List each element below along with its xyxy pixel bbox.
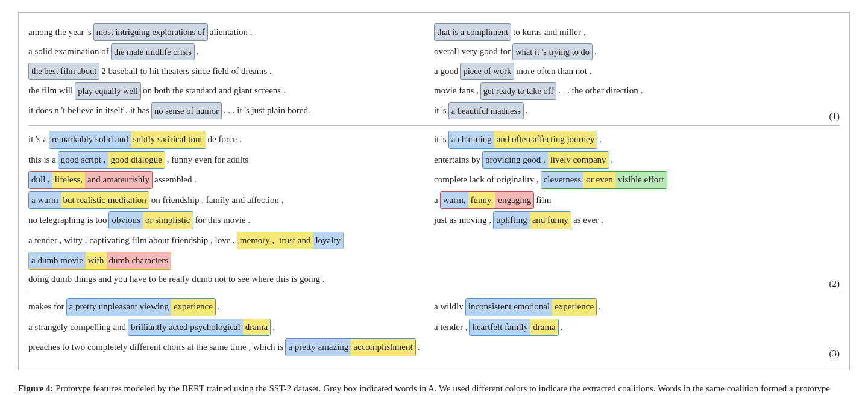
text: a tender , <box>434 320 467 335</box>
section-3-left: makes for a pretty unpleasant viewingexp… <box>28 298 434 359</box>
text: 2 baseball to hit theaters since field o… <box>101 64 271 79</box>
tag-warm-funny: warm,funny,engaging <box>440 191 535 210</box>
line-2-r2: entertains by providing good ,lively com… <box>434 151 840 169</box>
line-3-r2: a tender , heartfelt familydrama . <box>434 319 840 337</box>
tag-best-film: the best film about <box>28 63 99 80</box>
text: a solid examination of <box>28 44 109 60</box>
text: as ever . <box>573 213 603 228</box>
line-1-r5: it 's a beautiful madness . <box>434 102 840 120</box>
caption-label: Figure 4: <box>18 384 53 393</box>
tag-most-intriguing: most intriguing explorations of <box>93 23 208 41</box>
text: on friendship , family and affection . <box>151 193 284 208</box>
text: . <box>599 132 602 148</box>
text: movie fans , <box>434 83 479 99</box>
tag-get-ready: get ready to take off <box>480 82 557 100</box>
tag-cleverness: clevernessor evenvisible effort <box>541 171 667 189</box>
text: it 's <box>434 103 447 119</box>
figure-caption: Figure 4: Prototype features modeled by … <box>18 381 850 395</box>
tag-charming-journey: a charmingand often affecting journey <box>448 131 598 149</box>
tag-remarkably-solid: remarkably solid andsubtly satirical tou… <box>49 131 206 149</box>
text: a strangely compelling and <box>28 320 126 335</box>
section-1: among the year 's most intriguing explor… <box>28 19 840 126</box>
text: . <box>599 299 601 315</box>
section-number-1: (1) <box>829 111 840 122</box>
line-1-2: a solid examination of the male midlife … <box>28 43 434 61</box>
line-1-5: it does n 't believe in itself , it has … <box>28 102 434 120</box>
tag-dumb-movie: a dumb moviewithdumb characters <box>28 252 171 270</box>
caption-text: Prototype features modeled by the BERT t… <box>18 384 830 395</box>
tag-uplifting-funny: upliftingand funny <box>493 211 571 229</box>
text: a tender , witty , captivating film abou… <box>28 233 235 249</box>
text: the film will <box>28 83 73 99</box>
section-3: makes for a pretty unpleasant viewingexp… <box>28 293 840 362</box>
tag-that-is-compliment: that is a compliment <box>434 23 511 41</box>
line-2-2: this is a good script ,good dialogue , f… <box>28 151 434 169</box>
text: . . . it 's just plain bored. <box>224 103 310 119</box>
text: de force . <box>208 132 242 148</box>
tag-warm-meditation: a warmbut realistic meditation <box>28 191 149 210</box>
text: more often than not . <box>516 64 591 79</box>
line-2-r4: a warm,funny,engaging film <box>434 191 840 210</box>
text: . <box>418 340 420 355</box>
text: . . . the other direction . <box>558 83 643 99</box>
section-2-left: it 's a remarkably solid andsubtly satir… <box>28 131 434 289</box>
line-3-r1: a wildly inconsistent emotionalexperienc… <box>434 298 840 316</box>
figure-container: among the year 's most intriguing explor… <box>18 12 850 370</box>
line-2-r3: complete lack of originality , clevernes… <box>434 171 840 189</box>
tag-obvious-simplistic: obviousor simplistic <box>108 211 193 229</box>
text: entertains by <box>434 152 480 168</box>
line-2-5: no telegraphing is too obviousor simplis… <box>28 211 434 229</box>
line-1-4: the film will play equally well on both … <box>28 82 434 100</box>
text: assembled . <box>154 172 197 188</box>
tag-good-script: good script ,good dialogue <box>58 151 165 169</box>
line-2-3: dull ,lifeless,and amateurishly assemble… <box>28 171 434 189</box>
tag-dull-lifeless: dull ,lifeless,and amateurishly <box>28 171 153 189</box>
text: to kuras and miller . <box>513 25 585 40</box>
line-1-r1: that is a compliment to kuras and miller… <box>434 23 840 41</box>
line-1-3: the best film about 2 baseball to hit th… <box>28 63 434 80</box>
text: among the year 's <box>28 25 92 40</box>
section-2: it 's a remarkably solid andsubtly satir… <box>28 126 840 293</box>
text: it does n 't believe in itself , it has <box>28 103 149 119</box>
text: on both the standard and giant screens . <box>143 83 286 99</box>
text: alientation . <box>210 25 253 40</box>
section-3-right: a wildly inconsistent emotionalexperienc… <box>434 298 840 359</box>
section-2-right: it 's a charmingand often affecting jour… <box>434 131 840 289</box>
tag-providing-good: providing good ,lively company <box>482 151 609 169</box>
tag-pretty-amazing: a pretty amazingaccomplishment <box>285 338 415 356</box>
tag-beautiful-madness: a beautiful madness <box>448 102 524 120</box>
text: preaches to two completely different cho… <box>28 340 283 355</box>
tag-pretty-unpleasant: a pretty unpleasant viewingexperience <box>66 298 216 316</box>
line-2-6: a tender , witty , captivating film abou… <box>28 232 434 250</box>
section-number-2: (2) <box>829 279 840 289</box>
text: a good <box>434 64 458 79</box>
text: just as moving , <box>434 213 491 228</box>
tag-what-its-trying: what it 's trying to do <box>512 43 593 61</box>
text: . <box>561 320 563 335</box>
line-1-1: among the year 's most intriguing explor… <box>28 23 434 41</box>
text: overall very good for <box>434 44 511 60</box>
text: . <box>218 299 220 315</box>
text: for this movie . <box>195 213 251 228</box>
text: it 's <box>434 132 447 148</box>
text: . <box>594 44 597 60</box>
line-1-r2: overall very good for what it 's trying … <box>434 43 840 61</box>
line-2-4: a warmbut realistic meditation on friend… <box>28 191 434 210</box>
line-2-r1: it 's a charmingand often affecting jour… <box>434 131 840 149</box>
tag-piece-of-work: piece of work <box>460 63 514 80</box>
text: doing dumb things and you have to be rea… <box>28 272 325 287</box>
tag-memory-trust: memory ,trust andloyalty <box>237 232 344 250</box>
tag-inconsistent-emotional: inconsistent emotionalexperience <box>465 298 597 316</box>
line-3-3: preaches to two completely different cho… <box>28 338 434 356</box>
text: film <box>536 193 551 208</box>
line-2-r5: just as moving , upliftingand funny as e… <box>434 211 840 229</box>
tag-play-equally: play equally well <box>75 82 141 100</box>
text: . <box>197 44 199 60</box>
section-1-right: that is a compliment to kuras and miller… <box>434 23 840 122</box>
section-1-content: among the year 's most intriguing explor… <box>28 23 840 122</box>
text: . <box>272 320 275 335</box>
text: a <box>434 193 438 208</box>
text: makes for <box>28 299 64 315</box>
section-number-3: (3) <box>829 349 840 359</box>
text: . <box>611 152 614 168</box>
